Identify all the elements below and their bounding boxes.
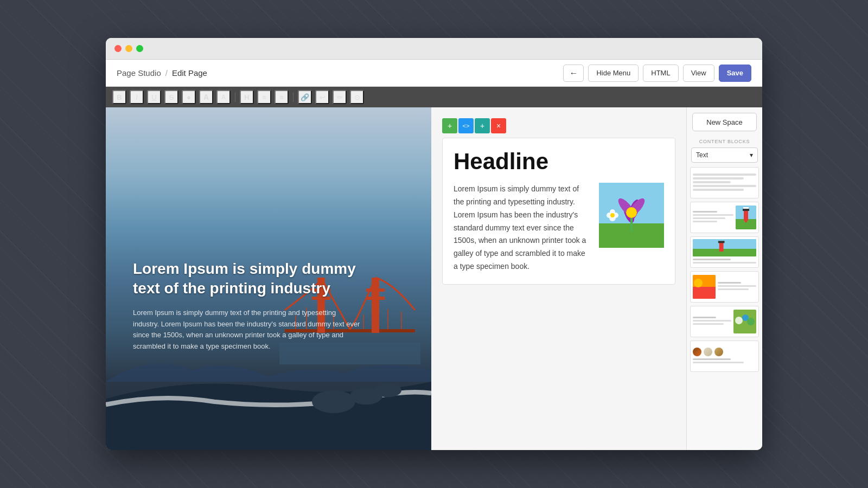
minimize-dot[interactable] <box>125 45 132 52</box>
toolbar-separator-2 <box>293 92 293 102</box>
svg-rect-24 <box>630 218 633 232</box>
thumb-line <box>693 211 717 213</box>
italic-button[interactable]: I <box>130 90 144 104</box>
close-dot[interactable] <box>114 45 122 52</box>
thumb-line <box>693 189 744 191</box>
strikethrough-button[interactable]: S <box>164 90 178 104</box>
undo-button[interactable]: ↩ <box>315 90 329 104</box>
right-sidebar: New Space CONTENT BLOCKS Text ▾ <box>686 107 762 450</box>
maximize-dot[interactable] <box>136 45 143 52</box>
svg-rect-40 <box>693 287 716 299</box>
block-thumbnails <box>687 167 762 375</box>
thumb-image-flowers <box>733 310 756 333</box>
filter-value: Text <box>696 151 708 159</box>
thumb-line <box>718 288 749 290</box>
block-thumb-4[interactable] <box>690 271 759 303</box>
align-button[interactable]: ≡ <box>257 90 271 104</box>
thumb-line <box>693 358 731 360</box>
view-button[interactable]: View <box>683 65 714 82</box>
colorful-svg <box>693 275 716 299</box>
thumb-line <box>693 214 733 216</box>
back-button[interactable]: ← <box>563 65 584 82</box>
title-bar <box>106 38 762 60</box>
header-actions: ← Hide Menu HTML View Save <box>563 65 751 82</box>
circle-2 <box>704 348 712 356</box>
hero-image: Lorem Ipsum is simply dummy text of the … <box>106 107 431 450</box>
svg-point-41 <box>694 279 703 287</box>
block-thumb-6[interactable] <box>690 341 759 372</box>
settings-button[interactable]: ⊙ <box>350 90 364 104</box>
edit-button[interactable]: ✏ <box>333 90 347 104</box>
thumb-image-lighthouse <box>736 206 756 229</box>
thumb-lines-6 <box>693 358 756 363</box>
hero-title: Lorem Ipsum is simply dummy text of the … <box>133 259 361 299</box>
thumb-line <box>693 320 731 322</box>
thumb-text-img-4 <box>693 274 756 300</box>
lighthouse-svg <box>736 206 756 229</box>
thumb-image-colorful <box>693 275 716 299</box>
flowers-svg <box>733 310 756 333</box>
thumb-line <box>693 221 717 222</box>
svg-rect-32 <box>744 210 748 221</box>
svg-rect-38 <box>718 241 725 243</box>
svg-point-43 <box>735 317 743 324</box>
highlight-button[interactable]: ● <box>182 90 196 104</box>
svg-point-29 <box>610 213 615 217</box>
svg-point-16 <box>374 383 401 397</box>
svg-point-23 <box>626 207 637 218</box>
traffic-lights <box>114 45 143 52</box>
app-header: Page Studio / Edit Page ← Hide Menu HTML… <box>106 60 762 87</box>
thumb-line <box>718 285 756 287</box>
thumb-image-top <box>693 239 756 256</box>
right-panel[interactable]: + <> + × Headline Lorem Ipsum is simply … <box>431 107 686 450</box>
thumb-lines-3 <box>693 259 756 264</box>
save-button[interactable]: Save <box>719 65 751 82</box>
list-button[interactable]: ≡ <box>275 90 289 104</box>
thumb-content-6 <box>693 348 756 365</box>
circle-1 <box>693 348 701 356</box>
svg-rect-31 <box>736 219 756 229</box>
thumb-content-3 <box>693 239 756 265</box>
breadcrumb-app[interactable]: Page Studio <box>117 68 161 78</box>
thumb-text-img-2 <box>693 204 756 230</box>
thumb-line <box>693 181 731 183</box>
thumb-line <box>693 217 725 219</box>
thumb-line <box>693 262 756 264</box>
content-body-text: Lorem Ipsum is simply dummy text of the … <box>454 183 590 273</box>
thumb-lines-2 <box>693 211 733 224</box>
content-body-with-image: Lorem Ipsum is simply dummy text of the … <box>454 183 664 273</box>
thumb-text-img-5 <box>693 309 756 335</box>
delete-block-button[interactable]: × <box>491 118 506 133</box>
block-thumb-5[interactable] <box>690 306 759 337</box>
svg-rect-34 <box>743 207 749 209</box>
block-toolbar: + <> + × <box>442 118 675 133</box>
content-image-svg <box>599 183 664 248</box>
block-thumb-1[interactable] <box>690 167 759 198</box>
block-thumb-2[interactable] <box>690 202 759 233</box>
content-block: Headline Lorem Ipsum is simply dummy tex… <box>442 138 675 285</box>
code-block-button[interactable]: <> <box>458 118 474 133</box>
add-content-button[interactable]: + <box>475 118 490 133</box>
add-block-button[interactable]: + <box>442 118 457 133</box>
new-space-button[interactable]: New Space <box>692 113 757 131</box>
content-blocks-filter[interactable]: Text ▾ <box>691 147 758 163</box>
svg-rect-36 <box>693 249 756 256</box>
heading-button[interactable]: H <box>240 90 254 104</box>
html-button[interactable]: HTML <box>643 65 678 82</box>
link-button[interactable]: 🔗 <box>298 90 312 104</box>
main-content: Lorem Ipsum is simply dummy text of the … <box>106 107 762 450</box>
svg-rect-33 <box>743 209 749 211</box>
bold-button[interactable]: B <box>112 90 126 104</box>
underline-button[interactable]: U <box>147 90 161 104</box>
svg-point-45 <box>747 318 755 325</box>
thumb-line <box>693 317 716 318</box>
content-headline: Headline <box>454 149 664 174</box>
hide-menu-button[interactable]: Hide Menu <box>588 65 639 82</box>
breadcrumb-separator: / <box>165 68 168 78</box>
editor-toolbar: B I U S ● A A H ≡ ≡ 🔗 ↩ ✏ ⊙ <box>106 87 762 107</box>
block-thumb-3[interactable] <box>690 236 759 268</box>
font-size-button[interactable]: A <box>216 90 231 104</box>
app-window: Page Studio / Edit Page ← Hide Menu HTML… <box>106 38 762 450</box>
font-color-button[interactable]: A <box>199 90 213 104</box>
svg-point-14 <box>312 390 355 413</box>
